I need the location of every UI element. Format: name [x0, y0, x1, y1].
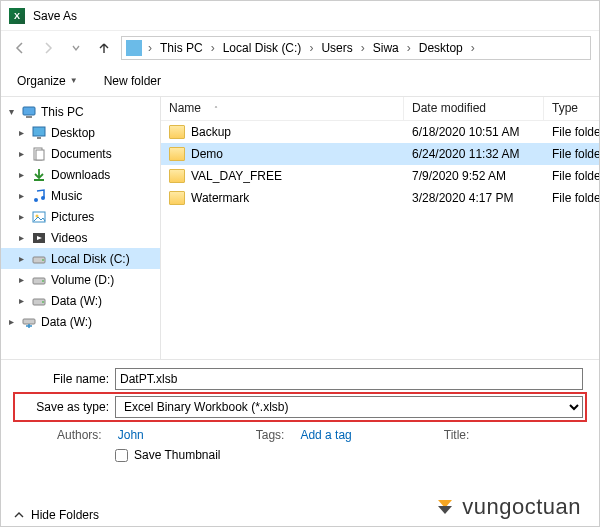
title-label: Title: [444, 428, 470, 442]
tree-item-label: Data (W:) [51, 294, 102, 308]
tree-item[interactable]: This PC [1, 101, 160, 122]
file-name: Backup [191, 125, 231, 139]
breadcrumb-item[interactable]: Desktop [415, 41, 467, 55]
hide-folders-button[interactable]: Hide Folders [13, 508, 99, 522]
body: This PCDesktopDocumentsDownloadsMusicPic… [1, 97, 599, 359]
nav-forward-button[interactable] [37, 37, 59, 59]
svg-rect-3 [37, 137, 41, 139]
pc-icon [21, 104, 37, 120]
tree-caret-icon[interactable] [15, 211, 27, 222]
breadcrumb-item[interactable]: Siwa [369, 41, 403, 55]
savetype-select[interactable]: Excel Binary Workbook (*.xlsb) [115, 396, 583, 418]
column-header-date[interactable]: Date modified [404, 97, 544, 120]
save-thumbnail-label: Save Thumbnail [134, 448, 221, 462]
tags-label: Tags: [256, 428, 285, 442]
nav-recent-dropdown[interactable] [65, 37, 87, 59]
file-row[interactable]: Backup6/18/2020 10:51 AMFile folder [161, 121, 599, 143]
svg-rect-0 [23, 107, 35, 115]
tree-item[interactable]: Local Disk (C:) [1, 248, 160, 269]
file-row[interactable]: Watermark3/28/2020 4:17 PMFile folder [161, 187, 599, 209]
tree-item-label: Pictures [51, 210, 94, 224]
filename-label: File name: [17, 372, 109, 386]
tree-item[interactable]: Data (W:) [1, 311, 160, 332]
breadcrumb[interactable]: › This PC › Local Disk (C:) › Users › Si… [121, 36, 591, 60]
tree-caret-icon[interactable] [15, 253, 27, 264]
tree-item[interactable]: Documents [1, 143, 160, 164]
nav-row: › This PC › Local Disk (C:) › Users › Si… [1, 31, 599, 65]
tree-item[interactable]: Pictures [1, 206, 160, 227]
tree-item-label: Volume (D:) [51, 273, 114, 287]
tree-item[interactable]: Data (W:) [1, 290, 160, 311]
chevron-right-icon: › [209, 41, 217, 55]
file-row[interactable]: Demo6/24/2020 11:32 AMFile folder [161, 143, 599, 165]
tree-caret-icon[interactable] [15, 232, 27, 243]
tree-item[interactable]: Volume (D:) [1, 269, 160, 290]
file-name: Demo [191, 147, 223, 161]
new-folder-button[interactable]: New folder [100, 71, 165, 91]
videos-icon [31, 230, 47, 246]
chevron-right-icon: › [307, 41, 315, 55]
toolbar: Organize ▼ New folder [1, 65, 599, 97]
tags-value[interactable]: Add a tag [300, 428, 351, 442]
file-list[interactable]: Name ˄ Date modified Type Backup6/18/202… [161, 97, 599, 359]
tree-caret-icon[interactable] [15, 169, 27, 180]
new-folder-label: New folder [104, 74, 161, 88]
chevron-down-icon: ▼ [70, 76, 78, 85]
authors-value[interactable]: John [118, 428, 144, 442]
excel-app-icon: X [9, 8, 25, 24]
chevron-up-icon [13, 509, 25, 521]
file-date: 6/18/2020 10:51 AM [404, 125, 544, 139]
tree-item[interactable]: Music [1, 185, 160, 206]
tree-item[interactable]: Downloads [1, 164, 160, 185]
breadcrumb-item[interactable]: Users [317, 41, 356, 55]
highlight-annotation: Save as type: Excel Binary Workbook (*.x… [13, 392, 587, 422]
breadcrumb-item[interactable]: Local Disk (C:) [219, 41, 306, 55]
save-thumbnail-checkbox[interactable] [115, 449, 128, 462]
tree-item[interactable]: Videos [1, 227, 160, 248]
filename-row: File name: [17, 368, 583, 390]
tree-item-label: This PC [41, 105, 84, 119]
nav-up-button[interactable] [93, 37, 115, 59]
authors-label: Authors: [57, 428, 102, 442]
music-icon [31, 188, 47, 204]
chevron-right-icon: › [405, 41, 413, 55]
svg-point-7 [34, 198, 38, 202]
file-name: VAL_DAY_FREE [191, 169, 282, 183]
filename-input[interactable] [115, 368, 583, 390]
organize-button[interactable]: Organize ▼ [13, 71, 82, 91]
file-row[interactable]: VAL_DAY_FREE7/9/2020 9:52 AMFile folder [161, 165, 599, 187]
tree-caret-icon[interactable] [15, 148, 27, 159]
svg-point-14 [42, 259, 44, 261]
tree-item-label: Data (W:) [41, 315, 92, 329]
nav-back-button[interactable] [9, 37, 31, 59]
tree-caret-icon[interactable] [5, 106, 17, 117]
svg-rect-5 [36, 150, 44, 160]
tree-caret-icon[interactable] [15, 274, 27, 285]
file-type: File folder [544, 191, 599, 205]
tree-caret-icon[interactable] [15, 190, 27, 201]
tree-item-label: Downloads [51, 168, 110, 182]
save-thumbnail-row: Save Thumbnail [17, 442, 583, 462]
tree-item-label: Local Disk (C:) [51, 252, 130, 266]
tree-caret-icon[interactable] [15, 127, 27, 138]
organize-label: Organize [17, 74, 66, 88]
sort-ascending-icon: ˄ [214, 105, 218, 114]
folder-tree[interactable]: This PCDesktopDocumentsDownloadsMusicPic… [1, 97, 161, 359]
column-header-type[interactable]: Type [544, 97, 599, 120]
folder-icon [169, 169, 185, 183]
file-name: Watermark [191, 191, 249, 205]
documents-icon [31, 146, 47, 162]
column-header-name[interactable]: Name ˄ [161, 97, 404, 120]
column-headers[interactable]: Name ˄ Date modified Type [161, 97, 599, 121]
svg-rect-6 [34, 179, 44, 181]
svg-rect-19 [23, 319, 35, 324]
svg-point-16 [42, 280, 44, 282]
tree-caret-icon[interactable] [5, 316, 17, 327]
watermark-icon [434, 496, 456, 518]
tree-item-label: Videos [51, 231, 87, 245]
tree-item[interactable]: Desktop [1, 122, 160, 143]
title-bar: X Save As [1, 1, 599, 31]
folder-icon [169, 125, 185, 139]
breadcrumb-item[interactable]: This PC [156, 41, 207, 55]
tree-caret-icon[interactable] [15, 295, 27, 306]
